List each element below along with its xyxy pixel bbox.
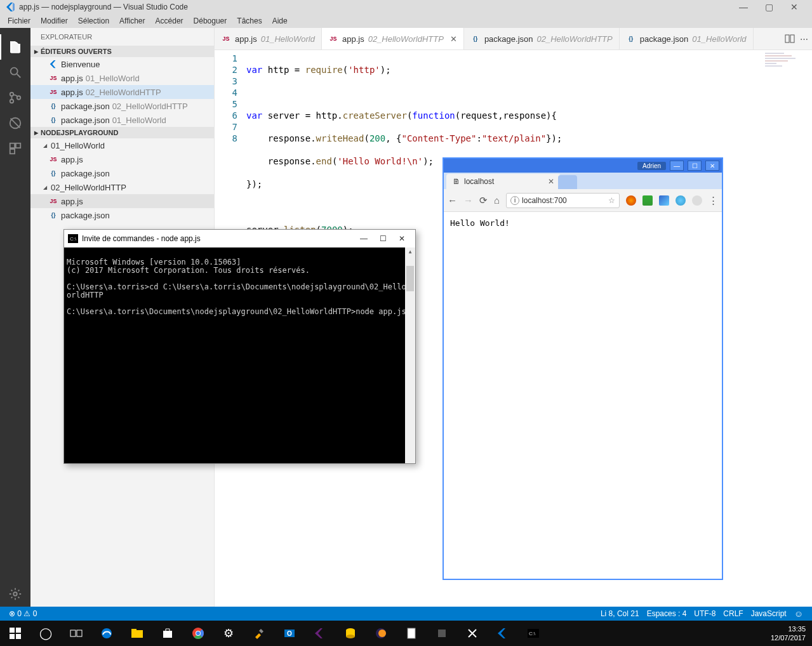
cmd-maximize[interactable]: ☐ [373, 234, 392, 243]
extension-icon-3[interactable] [659, 195, 669, 206]
vscode-taskbar-icon[interactable] [488, 621, 518, 646]
menu-modifier[interactable]: Modifier [36, 15, 73, 27]
js-icon: JS [48, 74, 58, 82]
menu-fichier[interactable]: Fichier [3, 15, 36, 27]
cmd-titlebar[interactable]: C:\ Invite de commandes - node app.js — … [64, 230, 415, 247]
back-icon[interactable]: ← [448, 195, 457, 206]
cmd-taskbar-icon[interactable]: C:\ [518, 621, 549, 646]
open-editors-header[interactable]: ▶ÉDITEURS OUVERTS [30, 46, 214, 57]
editor-tabs: JSapp.js01_HelloWorld JSapp.js02_HelloWo… [215, 28, 812, 50]
minimize-button[interactable]: — [731, 2, 756, 12]
minimap[interactable] [765, 53, 803, 72]
file-pkg-01[interactable]: {}package.json [30, 166, 214, 180]
status-lang[interactable]: JavaScript [747, 609, 790, 618]
menu-aide[interactable]: Aide [267, 15, 293, 27]
folder-02[interactable]: ◢02_HelloWorldHTTP [30, 180, 214, 194]
svg-rect-14 [16, 628, 21, 633]
split-editor-icon[interactable] [785, 34, 795, 44]
svg-rect-12 [790, 35, 794, 43]
more-icon[interactable]: ⋯ [800, 34, 808, 44]
maximize-button[interactable]: ▢ [756, 2, 782, 12]
visual-studio-icon[interactable] [305, 621, 335, 646]
edge-icon[interactable] [91, 621, 122, 646]
open-editor-pkg-02[interactable]: {}package.json02_HelloWorldHTTP [30, 99, 214, 113]
browser-tab[interactable]: 🗎 localhost ✕ [446, 174, 561, 189]
svg-text:C:\: C:\ [529, 631, 536, 636]
status-eol[interactable]: CRLF [719, 609, 747, 618]
menu-selection[interactable]: Sélection [73, 15, 114, 27]
home-icon[interactable]: ⌂ [494, 195, 500, 206]
status-linecol[interactable]: Li 8, Col 21 [597, 609, 643, 618]
tab-close-icon[interactable]: ✕ [548, 177, 554, 186]
open-editor-pkg-01[interactable]: {}package.json01_HelloWorld [30, 113, 214, 127]
tool-icon-2[interactable] [457, 621, 488, 646]
settings-icon[interactable]: ⚙ [213, 621, 244, 646]
extension-icon-2[interactable] [642, 195, 653, 206]
tool-icon-1[interactable] [427, 621, 457, 646]
close-icon[interactable]: ✕ [450, 34, 457, 44]
start-button[interactable] [0, 621, 30, 646]
explorer-icon[interactable] [0, 34, 30, 60]
tab-pkg-02[interactable]: {}package.json02_HelloWorldHTTP [464, 28, 620, 49]
feedback-icon[interactable]: ☺ [790, 609, 807, 619]
open-editor-appjs-02[interactable]: JSapp.js02_HelloWorldHTTP [30, 85, 214, 99]
menu-taches[interactable]: Tâches [232, 15, 267, 27]
extensions-icon[interactable] [0, 136, 30, 161]
new-tab-shadow[interactable] [558, 175, 577, 189]
forward-icon[interactable]: → [463, 195, 473, 206]
folder-01[interactable]: ◢01_HelloWorld [30, 138, 214, 152]
extension-icon-5[interactable] [692, 195, 702, 206]
extension-icon-1[interactable] [626, 195, 636, 206]
browser-user-badge[interactable]: Adrien [637, 162, 666, 170]
cmd-close[interactable]: ✕ [392, 234, 411, 243]
url-bar[interactable]: i localhost:700 ☆ [506, 193, 620, 208]
task-view-icon[interactable] [61, 621, 91, 646]
menu-afficher[interactable]: Afficher [114, 15, 150, 27]
status-encoding[interactable]: UTF-8 [690, 609, 719, 618]
menu-acceder[interactable]: Accéder [150, 15, 189, 27]
build-tools-icon[interactable] [244, 621, 274, 646]
svg-line-6 [11, 119, 20, 128]
explorer-icon[interactable] [122, 621, 152, 646]
tab-pkg-01[interactable]: {}package.json01_HelloWorld [620, 28, 754, 49]
cmd-scrollbar[interactable]: ▴ [405, 247, 415, 463]
cmd-window[interactable]: C:\ Invite de commandes - node app.js — … [63, 229, 416, 464]
system-tray[interactable]: 13:35 12/07/2017 [764, 624, 812, 642]
close-button[interactable]: ✕ [782, 2, 807, 12]
store-icon[interactable] [152, 621, 183, 646]
file-appjs-02[interactable]: JSapp.js [30, 194, 214, 208]
menu-icon[interactable]: ⋮ [709, 195, 718, 206]
extension-icon-4[interactable] [676, 195, 686, 206]
browser-close[interactable]: ✕ [705, 161, 719, 171]
eclipse-icon[interactable] [366, 621, 396, 646]
notepad-icon[interactable] [396, 621, 427, 646]
browser-frame-top[interactable]: Adrien — ☐ ✕ [444, 159, 722, 173]
scm-icon[interactable] [0, 85, 30, 110]
file-appjs-01[interactable]: JSapp.js [30, 152, 214, 166]
browser-minimize[interactable]: — [670, 161, 684, 171]
browser-maximize[interactable]: ☐ [688, 161, 702, 171]
cmd-body[interactable]: Microsoft Windows [version 10.0.15063] (… [64, 247, 415, 463]
tab-appjs-01[interactable]: JSapp.js01_HelloWorld [215, 28, 322, 49]
chrome-icon[interactable] [183, 621, 213, 646]
debug-icon[interactable] [0, 110, 30, 136]
menu-deboguer[interactable]: Déboguer [189, 15, 232, 27]
reload-icon[interactable]: ⟳ [479, 195, 488, 206]
site-info-icon[interactable]: i [510, 196, 519, 205]
open-editor-bienvenue[interactable]: Bienvenue [30, 57, 214, 71]
status-errors[interactable]: ⊗ 0 ⚠ 0 [5, 609, 41, 618]
tab-appjs-02[interactable]: JSapp.js02_HelloWorldHTTP✕ [322, 28, 464, 49]
open-editor-appjs-01[interactable]: JSapp.js01_HelloWorld [30, 71, 214, 85]
browser-window[interactable]: Adrien — ☐ ✕ 🗎 localhost ✕ ← → ⟳ ⌂ i loc… [443, 157, 723, 580]
svg-rect-35 [408, 628, 415, 638]
status-spaces[interactable]: Espaces : 4 [643, 609, 691, 618]
outlook-icon[interactable]: O [274, 621, 305, 646]
sql-icon[interactable] [335, 621, 366, 646]
search-icon[interactable] [0, 60, 30, 85]
settings-icon[interactable] [0, 581, 30, 607]
cmd-minimize[interactable]: — [354, 234, 373, 243]
file-pkg-02[interactable]: {}package.json [30, 208, 214, 222]
project-header[interactable]: ▶NODEJSPLAYGROUND [30, 127, 214, 138]
cortana-icon[interactable]: ◯ [30, 621, 61, 646]
bookmark-icon[interactable]: ☆ [608, 196, 615, 205]
